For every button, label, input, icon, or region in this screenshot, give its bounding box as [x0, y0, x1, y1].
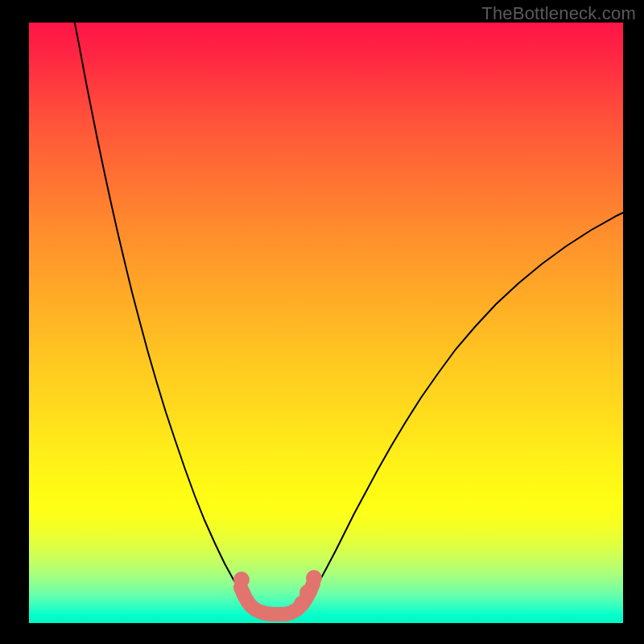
- frame: TheBottleneck.com: [0, 0, 644, 644]
- site-watermark: TheBottleneck.com: [481, 3, 636, 24]
- bottleneck-curve: [73, 16, 630, 614]
- marker-right-low: [294, 596, 310, 612]
- marker-right-upper: [306, 570, 322, 586]
- chart-overlay: [29, 23, 623, 623]
- marker-left-upper: [233, 572, 250, 588]
